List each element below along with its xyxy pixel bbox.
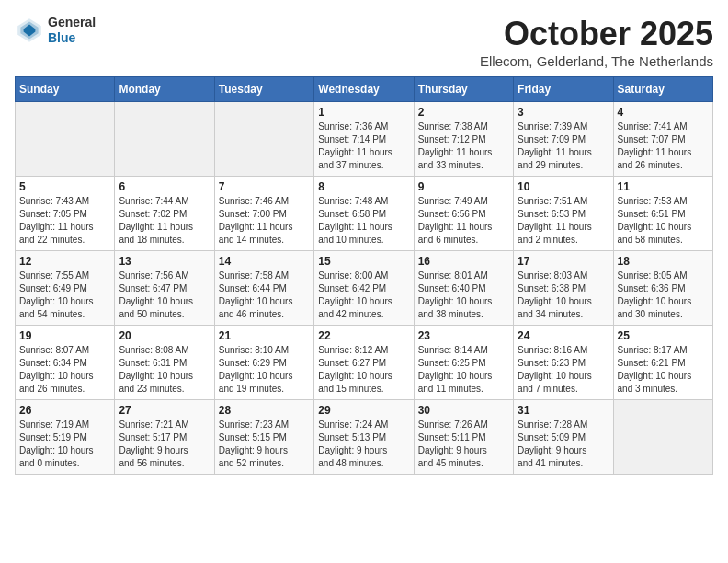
day-number: 6 [119,180,210,193]
day-number: 9 [418,180,509,193]
day-number: 18 [618,255,709,268]
day-info: Sunrise: 8:07 AM Sunset: 6:34 PM Dayligh… [19,344,110,396]
calendar-title: October 2025 [480,15,713,53]
day-info: Sunrise: 7:43 AM Sunset: 7:05 PM Dayligh… [19,195,110,247]
day-info: Sunrise: 7:26 AM Sunset: 5:11 PM Dayligh… [418,419,509,470]
day-number: 10 [518,180,609,193]
day-number: 21 [219,329,310,342]
column-header-friday: Friday [514,77,613,102]
day-info: Sunrise: 8:17 AM Sunset: 6:21 PM Dayligh… [618,344,709,396]
day-number: 31 [518,404,609,417]
calendar-cell: 26Sunrise: 7:19 AM Sunset: 5:19 PM Dayli… [16,400,115,475]
logo-blue-text: Blue [48,30,96,46]
day-info: Sunrise: 7:24 AM Sunset: 5:13 PM Dayligh… [318,419,409,470]
column-header-wednesday: Wednesday [314,77,414,102]
day-info: Sunrise: 7:51 AM Sunset: 6:53 PM Dayligh… [518,195,609,247]
column-header-sunday: Sunday [16,77,115,102]
calendar-cell: 7Sunrise: 7:46 AM Sunset: 7:00 PM Daylig… [214,177,313,251]
calendar-cell: 4Sunrise: 7:41 AM Sunset: 7:07 PM Daylig… [613,102,712,177]
calendar-cell: 27Sunrise: 7:21 AM Sunset: 5:17 PM Dayli… [115,400,214,475]
calendar-header: SundayMondayTuesdayWednesdayThursdayFrid… [16,77,713,102]
day-info: Sunrise: 8:08 AM Sunset: 6:31 PM Dayligh… [119,344,210,396]
calendar-cell [115,102,214,177]
calendar-subtitle: Ellecom, Gelderland, The Netherlands [480,53,713,69]
day-info: Sunrise: 7:39 AM Sunset: 7:09 PM Dayligh… [518,121,609,172]
day-info: Sunrise: 8:05 AM Sunset: 6:36 PM Dayligh… [618,270,709,321]
calendar-cell: 24Sunrise: 8:16 AM Sunset: 6:23 PM Dayli… [514,326,613,400]
day-number: 28 [219,404,310,417]
day-number: 15 [318,255,409,268]
title-block: October 2025 Ellecom, Gelderland, The Ne… [480,15,713,69]
calendar-cell: 18Sunrise: 8:05 AM Sunset: 6:36 PM Dayli… [613,251,712,326]
day-info: Sunrise: 8:14 AM Sunset: 6:25 PM Dayligh… [418,344,509,396]
day-number: 17 [518,255,609,268]
calendar-cell: 31Sunrise: 7:28 AM Sunset: 5:09 PM Dayli… [514,400,613,475]
logo: General Blue [15,15,96,46]
calendar-cell: 15Sunrise: 8:00 AM Sunset: 6:42 PM Dayli… [314,251,414,326]
calendar-cell: 11Sunrise: 7:53 AM Sunset: 6:51 PM Dayli… [613,177,712,251]
day-number: 20 [119,329,210,342]
day-info: Sunrise: 7:44 AM Sunset: 7:02 PM Dayligh… [119,195,210,247]
day-number: 27 [119,404,210,417]
calendar-week-row: 26Sunrise: 7:19 AM Sunset: 5:19 PM Dayli… [16,400,713,475]
calendar-cell [613,400,712,475]
calendar-cell: 28Sunrise: 7:23 AM Sunset: 5:15 PM Dayli… [214,400,313,475]
calendar-cell: 1Sunrise: 7:36 AM Sunset: 7:14 PM Daylig… [314,102,414,177]
calendar-cell: 25Sunrise: 8:17 AM Sunset: 6:21 PM Dayli… [613,326,712,400]
day-number: 25 [618,329,709,342]
calendar-cell: 30Sunrise: 7:26 AM Sunset: 5:11 PM Dayli… [414,400,513,475]
day-info: Sunrise: 7:21 AM Sunset: 5:17 PM Dayligh… [119,419,210,470]
day-info: Sunrise: 7:36 AM Sunset: 7:14 PM Dayligh… [318,121,409,172]
calendar-cell: 8Sunrise: 7:48 AM Sunset: 6:58 PM Daylig… [314,177,414,251]
calendar-cell: 23Sunrise: 8:14 AM Sunset: 6:25 PM Dayli… [414,326,513,400]
column-header-tuesday: Tuesday [214,77,313,102]
logo-general-text: General [48,15,96,30]
calendar-week-row: 5Sunrise: 7:43 AM Sunset: 7:05 PM Daylig… [16,177,713,251]
day-info: Sunrise: 8:00 AM Sunset: 6:42 PM Dayligh… [318,270,409,321]
day-number: 4 [618,106,709,119]
calendar-cell: 29Sunrise: 7:24 AM Sunset: 5:13 PM Dayli… [314,400,414,475]
day-info: Sunrise: 7:48 AM Sunset: 6:58 PM Dayligh… [318,195,409,247]
calendar-cell: 12Sunrise: 7:55 AM Sunset: 6:49 PM Dayli… [16,251,115,326]
calendar-cell: 21Sunrise: 8:10 AM Sunset: 6:29 PM Dayli… [214,326,313,400]
calendar-cell: 22Sunrise: 8:12 AM Sunset: 6:27 PM Dayli… [314,326,414,400]
day-info: Sunrise: 7:56 AM Sunset: 6:47 PM Dayligh… [119,270,210,321]
day-number: 2 [418,106,509,119]
day-info: Sunrise: 7:55 AM Sunset: 6:49 PM Dayligh… [19,270,110,321]
column-header-thursday: Thursday [414,77,513,102]
calendar-cell [16,102,115,177]
day-number: 23 [418,329,509,342]
day-info: Sunrise: 8:12 AM Sunset: 6:27 PM Dayligh… [318,344,409,396]
calendar-cell: 10Sunrise: 7:51 AM Sunset: 6:53 PM Dayli… [514,177,613,251]
day-info: Sunrise: 7:41 AM Sunset: 7:07 PM Dayligh… [618,121,709,172]
day-info: Sunrise: 7:53 AM Sunset: 6:51 PM Dayligh… [618,195,709,247]
calendar-cell: 13Sunrise: 7:56 AM Sunset: 6:47 PM Dayli… [115,251,214,326]
calendar-cell: 9Sunrise: 7:49 AM Sunset: 6:56 PM Daylig… [414,177,513,251]
calendar-cell: 2Sunrise: 7:38 AM Sunset: 7:12 PM Daylig… [414,102,513,177]
day-info: Sunrise: 8:10 AM Sunset: 6:29 PM Dayligh… [219,344,310,396]
column-header-saturday: Saturday [613,77,712,102]
calendar-cell: 5Sunrise: 7:43 AM Sunset: 7:05 PM Daylig… [16,177,115,251]
calendar-table: SundayMondayTuesdayWednesdayThursdayFrid… [15,76,713,475]
day-number: 8 [318,180,409,193]
day-number: 1 [318,106,409,119]
page-header: General Blue October 2025 Ellecom, Gelde… [15,15,713,69]
calendar-cell: 6Sunrise: 7:44 AM Sunset: 7:02 PM Daylig… [115,177,214,251]
calendar-week-row: 1Sunrise: 7:36 AM Sunset: 7:14 PM Daylig… [16,102,713,177]
calendar-cell: 20Sunrise: 8:08 AM Sunset: 6:31 PM Dayli… [115,326,214,400]
calendar-week-row: 19Sunrise: 8:07 AM Sunset: 6:34 PM Dayli… [16,326,713,400]
day-number: 5 [19,180,110,193]
calendar-body: 1Sunrise: 7:36 AM Sunset: 7:14 PM Daylig… [16,102,713,475]
day-header-row: SundayMondayTuesdayWednesdayThursdayFrid… [16,77,713,102]
day-info: Sunrise: 7:38 AM Sunset: 7:12 PM Dayligh… [418,121,509,172]
day-number: 7 [219,180,310,193]
column-header-monday: Monday [115,77,214,102]
day-number: 19 [19,329,110,342]
calendar-cell: 3Sunrise: 7:39 AM Sunset: 7:09 PM Daylig… [514,102,613,177]
day-info: Sunrise: 7:23 AM Sunset: 5:15 PM Dayligh… [219,419,310,470]
day-info: Sunrise: 7:58 AM Sunset: 6:44 PM Dayligh… [219,270,310,321]
day-number: 14 [219,255,310,268]
day-number: 22 [318,329,409,342]
calendar-cell [214,102,313,177]
calendar-cell: 19Sunrise: 8:07 AM Sunset: 6:34 PM Dayli… [16,326,115,400]
